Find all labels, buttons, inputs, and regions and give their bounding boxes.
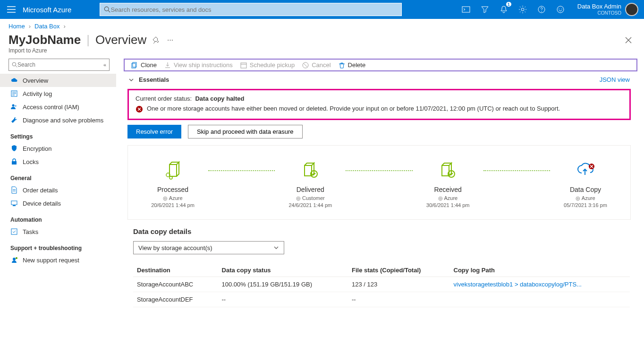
sidebar-item-label: Overview: [23, 77, 48, 84]
sidebar-group-automation: Automation: [0, 210, 116, 225]
sidebar-item-label: Activity log: [23, 90, 52, 97]
svg-point-6: [557, 6, 564, 13]
sidebar-item-new-support[interactable]: New support request: [0, 253, 116, 267]
sidebar: « Overview Activity log Access control (…: [0, 58, 119, 355]
device-icon: [10, 199, 18, 207]
sidebar-item-label: Access control (IAM): [23, 104, 79, 111]
settings-button[interactable]: [518, 5, 527, 14]
chevron-down-icon: [128, 77, 134, 83]
cloud-error-icon: [575, 160, 596, 181]
data-copy-title: Data copy details: [133, 227, 639, 235]
svg-point-7: [559, 9, 559, 9]
svg-point-5: [541, 11, 542, 11]
sidebar-item-overview[interactable]: Overview: [0, 74, 116, 87]
status-label: Current order status:: [136, 95, 192, 102]
copy-log-link[interactable]: vivekstoragetestblob1 > databoxcopylog/P…: [454, 281, 582, 288]
close-button[interactable]: [625, 37, 636, 43]
location-icon: ◎: [296, 195, 301, 201]
sidebar-item-order-details[interactable]: Order details: [0, 183, 116, 197]
svg-point-18: [13, 258, 16, 260]
view-by-dropdown[interactable]: View by storage account(s): [133, 241, 284, 254]
breadcrumb-home[interactable]: Home: [8, 23, 25, 30]
cloud-shell-icon: [462, 5, 470, 14]
sidebar-item-encryption[interactable]: Encryption: [0, 142, 116, 155]
skip-erasure-button[interactable]: Skip and proceed with data erasure: [188, 125, 303, 139]
brand-label[interactable]: Microsoft Azure: [23, 6, 100, 14]
shield-icon: [10, 145, 18, 152]
avatar: [625, 3, 638, 16]
collapse-sidebar-button[interactable]: «: [103, 62, 106, 68]
svg-rect-2: [462, 7, 470, 12]
page-header: MyJobName | Overview ⋯: [0, 32, 644, 47]
feedback-icon: [556, 5, 565, 14]
people-icon: [10, 103, 18, 111]
sidebar-item-label: Order details: [23, 187, 58, 194]
filter-icon: [481, 5, 489, 14]
sidebar-search[interactable]: «: [8, 59, 110, 71]
content: Clone View ship instructions Schedule pi…: [119, 58, 644, 355]
sidebar-item-activity-log[interactable]: Activity log: [0, 87, 116, 100]
essentials-toggle[interactable]: [128, 77, 134, 83]
search-icon: [12, 62, 17, 68]
help-button[interactable]: [537, 5, 546, 14]
cloud-icon: [10, 77, 18, 84]
download-icon: [164, 62, 171, 69]
global-search-input[interactable]: [110, 6, 398, 13]
chevron-right-icon: ›: [29, 23, 31, 30]
location-icon: ◎: [576, 195, 580, 201]
page-section: Overview: [95, 33, 146, 47]
notification-badge: 1: [506, 2, 511, 7]
chevron-down-icon: [273, 245, 279, 251]
calendar-icon: [240, 62, 247, 69]
search-icon: [104, 6, 110, 13]
sidebar-item-locks[interactable]: Locks: [0, 155, 116, 168]
timeline-step-datacopy: Data Copy ◎ Azure 05/7/2021 3:16 pm: [550, 160, 621, 208]
resolve-error-button[interactable]: Resolve error: [127, 125, 181, 139]
user-menu[interactable]: Data Box Admin CONTOSO: [572, 3, 644, 16]
tasks-icon: [10, 228, 18, 235]
gear-icon: [518, 5, 527, 14]
status-message: One or more storage accounts have either…: [147, 105, 560, 112]
bell-icon: [500, 5, 508, 14]
box-check-icon: [300, 160, 321, 181]
user-org: CONTOSO: [577, 10, 621, 16]
svg-point-19: [16, 257, 17, 259]
global-search[interactable]: [100, 3, 402, 16]
view-ship-button[interactable]: View ship instructions: [164, 61, 233, 69]
cloud-shell-button[interactable]: [461, 5, 471, 14]
sidebar-item-access-control[interactable]: Access control (IAM): [0, 100, 116, 113]
hamburger-menu[interactable]: [0, 6, 23, 13]
svg-point-12: [12, 104, 15, 107]
col-log[interactable]: Copy log Path: [450, 264, 630, 277]
schedule-pickup-button[interactable]: Schedule pickup: [240, 61, 295, 69]
pin-button[interactable]: [153, 36, 161, 44]
col-stats[interactable]: File stats (Copied/Total): [348, 264, 450, 277]
more-button[interactable]: ⋯: [167, 36, 173, 43]
breadcrumb-databox[interactable]: Data Box: [34, 23, 59, 30]
essentials-label: Essentials: [139, 76, 169, 83]
col-destination[interactable]: Destination: [133, 264, 218, 277]
topbar: Microsoft Azure 1 Data Box Admin CONTOSO: [0, 0, 644, 19]
sidebar-search-input[interactable]: [17, 61, 103, 68]
sidebar-group-support: Support + troubleshooting: [0, 238, 116, 253]
sidebar-item-device-details[interactable]: Device details: [0, 197, 116, 210]
status-value: Data copy halted: [195, 95, 244, 102]
feedback-button[interactable]: [556, 5, 565, 14]
clone-button[interactable]: Clone: [131, 61, 157, 69]
timeline: Processed ◎ Azure 20/6/2021 1:44 pm Deli…: [127, 145, 631, 220]
sidebar-item-diagnose[interactable]: Diagnose and solve problems: [0, 113, 116, 127]
sidebar-item-label: Diagnose and solve problems: [23, 117, 103, 124]
sidebar-item-label: Locks: [23, 158, 39, 165]
sidebar-item-tasks[interactable]: Tasks: [0, 225, 116, 238]
svg-point-3: [521, 8, 524, 11]
sidebar-item-label: Encryption: [23, 145, 51, 152]
cancel-button[interactable]: Cancel: [302, 61, 330, 69]
col-status[interactable]: Data copy status: [218, 264, 348, 277]
error-icon: [136, 105, 143, 113]
delete-button[interactable]: Delete: [339, 61, 366, 69]
box-check-icon: [437, 160, 458, 181]
json-view-link[interactable]: JSON view: [600, 76, 630, 83]
topbar-icons: 1: [455, 5, 572, 14]
directories-button[interactable]: [480, 5, 490, 14]
notifications-button[interactable]: 1: [499, 5, 508, 14]
